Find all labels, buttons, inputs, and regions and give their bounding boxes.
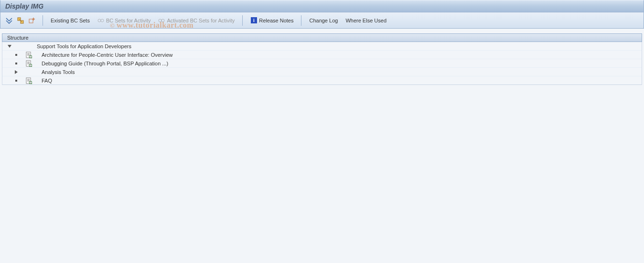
bc-sets-for-activity-label: BC Sets for Activity (106, 18, 151, 23)
bc-sets-for-activity-button: BC Sets for Activity (94, 16, 155, 25)
tree-item-label: Debugging Guide (Through Portal, BSP App… (36, 61, 168, 66)
tree-root-label: Support Tools for Application Developers (31, 43, 131, 49)
add-node-icon[interactable] (27, 16, 37, 25)
tree-item-label: Architecture for People-Centric User Int… (36, 52, 173, 58)
svg-point-6 (161, 19, 164, 22)
expand-all-icon[interactable] (4, 16, 14, 25)
tree-row[interactable]: Analysis Tools (2, 68, 642, 76)
tree-item-label: Analysis Tools (36, 69, 75, 75)
svg-text:i: i (253, 18, 255, 23)
svg-rect-11 (26, 61, 31, 66)
page-title: Display IMG (5, 2, 43, 10)
document-icon[interactable] (21, 52, 36, 58)
glasses-check-icon (158, 17, 165, 24)
structure-column-header: Structure (2, 33, 642, 42)
document-icon[interactable] (21, 77, 36, 84)
find-icon[interactable] (16, 16, 25, 25)
svg-point-3 (98, 19, 101, 22)
bullet-icon (2, 80, 21, 82)
svg-rect-2 (29, 19, 33, 23)
tree-item-label: FAQ (36, 78, 52, 84)
tree-row[interactable]: FAQ (2, 76, 642, 85)
change-log-label: Change Log (309, 18, 338, 23)
where-else-used-label: Where Else Used (345, 18, 386, 23)
activated-bc-sets-label: Activated BC Sets for Activity (167, 18, 235, 23)
img-tree: Support Tools for Application Developers… (2, 42, 642, 85)
toolbar-separator (43, 15, 43, 26)
release-notes-button[interactable]: i Release Notes (247, 16, 297, 25)
svg-rect-9 (26, 52, 31, 58)
document-icon[interactable] (21, 60, 36, 67)
toolbar: Existing BC Sets BC Sets for Activity Ac… (0, 12, 644, 29)
toolbar-separator (242, 15, 243, 26)
existing-bc-sets-label: Existing BC Sets (51, 18, 90, 23)
where-else-used-button[interactable]: Where Else Used (342, 17, 390, 24)
toolbar-separator (301, 15, 301, 26)
tree-row[interactable]: Architecture for People-Centric User Int… (2, 51, 642, 59)
tree-root-row[interactable]: Support Tools for Application Developers (2, 42, 642, 51)
title-bar: Display IMG (0, 0, 644, 12)
structure-header-label: Structure (7, 35, 29, 41)
collapse-icon[interactable] (2, 45, 17, 48)
svg-rect-13 (26, 78, 31, 84)
expand-icon[interactable] (2, 70, 21, 74)
release-notes-label: Release Notes (259, 18, 293, 23)
existing-bc-sets-button[interactable]: Existing BC Sets (47, 17, 94, 24)
activated-bc-sets-button: Activated BC Sets for Activity (154, 16, 238, 25)
svg-point-5 (159, 19, 161, 22)
bullet-icon (2, 63, 21, 64)
change-log-button[interactable]: Change Log (305, 17, 342, 24)
info-icon: i (250, 17, 257, 24)
tree-row[interactable]: Debugging Guide (Through Portal, BSP App… (2, 59, 642, 68)
svg-point-4 (101, 19, 104, 22)
glasses-icon (97, 17, 104, 24)
bullet-icon (2, 54, 21, 56)
